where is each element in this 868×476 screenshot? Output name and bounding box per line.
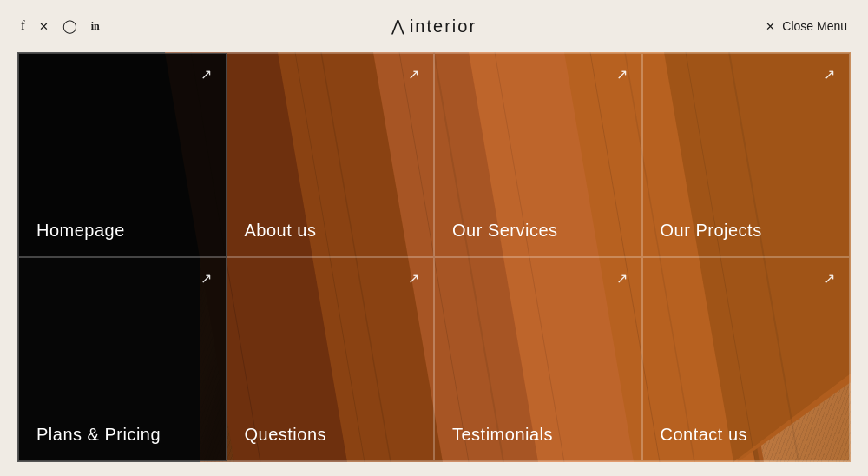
arrow-icon: ↗ xyxy=(824,66,835,83)
nav-label-about-us: About us xyxy=(245,221,417,241)
nav-grid: ↗ Homepage ↗ About us ↗ Our Services ↗ O… xyxy=(17,52,851,462)
arrow-icon: ↗ xyxy=(408,270,419,287)
arrow-icon: ↗ xyxy=(616,66,628,83)
nav-label-plans-pricing: Plans & Pricing xyxy=(36,425,208,445)
arrow-icon: ↗ xyxy=(824,270,835,287)
instagram-icon[interactable]: ◯ xyxy=(62,18,77,34)
nav-label-our-services: Our Services xyxy=(452,221,624,241)
nav-grid-container: ↗ Homepage ↗ About us ↗ Our Services ↗ O… xyxy=(17,52,851,462)
arrow-icon: ↗ xyxy=(616,270,628,287)
nav-item-contact-us[interactable]: ↗ Contact us xyxy=(642,257,851,461)
nav-label-contact-us: Contact us xyxy=(661,425,832,445)
nav-label-our-projects: Our Projects xyxy=(661,221,832,241)
nav-label-homepage: Homepage xyxy=(36,221,208,241)
nav-label-testimonials: Testimonials xyxy=(452,425,624,445)
nav-item-questions[interactable]: ↗ Questions xyxy=(227,257,435,461)
close-menu-label: Close Menu xyxy=(782,19,847,33)
linkedin-icon[interactable]: in xyxy=(91,20,100,33)
nav-item-our-projects[interactable]: ↗ Our Projects xyxy=(642,53,851,257)
nav-item-testimonials[interactable]: ↗ Testimonials xyxy=(434,257,642,461)
facebook-icon[interactable]: f xyxy=(21,19,25,33)
arrow-icon: ↗ xyxy=(408,66,419,83)
close-icon: ✕ xyxy=(766,20,775,33)
nav-item-about-us[interactable]: ↗ About us xyxy=(227,53,435,257)
logo[interactable]: ⋀ interior xyxy=(391,17,477,36)
nav-item-plans-pricing[interactable]: ↗ Plans & Pricing xyxy=(18,257,227,461)
nav-item-homepage[interactable]: ↗ Homepage xyxy=(18,53,227,257)
social-links: f ✕ ◯ in xyxy=(21,18,100,34)
header: f ✕ ◯ in ⋀ interior ✕ Close Menu xyxy=(0,0,868,52)
logo-text: interior xyxy=(410,17,477,36)
arrow-icon: ↗ xyxy=(201,66,212,83)
nav-item-our-services[interactable]: ↗ Our Services xyxy=(434,53,642,257)
arrow-icon: ↗ xyxy=(201,270,212,287)
logo-symbol: ⋀ xyxy=(391,17,404,36)
nav-label-questions: Questions xyxy=(245,425,417,445)
close-menu-button[interactable]: ✕ Close Menu xyxy=(766,19,847,33)
x-twitter-icon[interactable]: ✕ xyxy=(39,20,49,33)
